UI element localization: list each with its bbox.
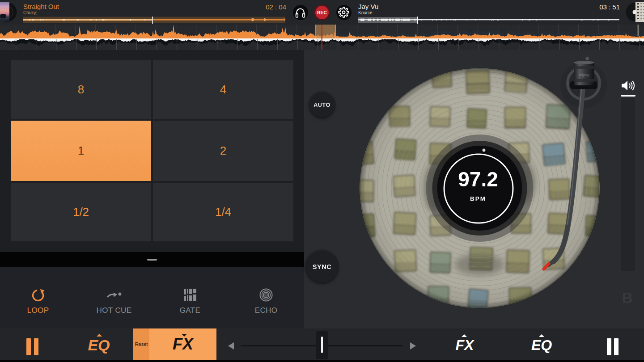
svg-text:edjing: edjing — [579, 72, 589, 77]
